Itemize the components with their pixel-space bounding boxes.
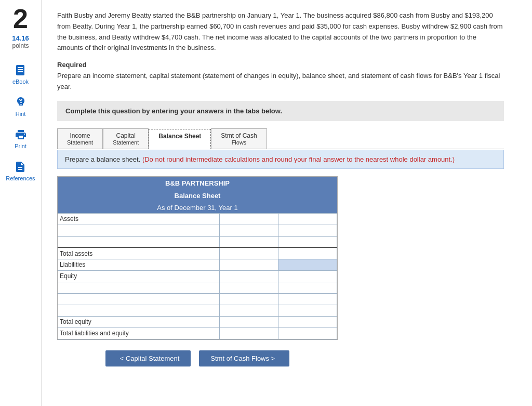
asset-amount-2-input[interactable] (222, 238, 276, 245)
sidebar-item-references[interactable]: References (6, 160, 35, 181)
main-content: Faith Busby and Jeremy Beatty started th… (42, 0, 532, 406)
equity-name-3-input[interactable] (60, 307, 217, 314)
tab-bar: Income Statement Capital Statement Balan… (57, 128, 504, 149)
references-label: References (6, 175, 35, 181)
tab-cash-label2: Flows (221, 139, 257, 146)
ebook-label: eBook (12, 78, 29, 85)
next-button[interactable]: Stmt of Cash Flows > (199, 350, 289, 366)
sidebar-item-hint[interactable]: Hint (14, 95, 28, 117)
tab-cash-label: Stmt of Cash (221, 132, 257, 139)
total-liabilities-equity-label: Total liabilities and equity (58, 328, 220, 339)
sidebar-item-print[interactable]: Print (14, 127, 28, 149)
book-icon (13, 63, 28, 77)
tab-income-label2: Statement (67, 139, 93, 146)
note-prefix: Prepare a balance sheet. (65, 155, 142, 163)
total-assets-input[interactable] (281, 250, 335, 257)
equity-amount-2-input[interactable] (222, 295, 276, 303)
equity-row-3 (58, 305, 337, 316)
equity-row-1 (58, 282, 337, 293)
tab-bs-label: Balance Sheet (158, 133, 201, 140)
equity-row-2 (58, 293, 337, 305)
liabilities-amount-input[interactable] (281, 261, 335, 268)
instruction-box: Complete this question by entering your … (57, 101, 504, 121)
print-icon (14, 127, 28, 142)
points-sub: points (12, 42, 29, 49)
liabilities-label: Liabilities (58, 259, 220, 270)
equity-name-1-input[interactable] (60, 284, 217, 291)
required-text: Prepare an income statement, capital sta… (57, 71, 504, 93)
total-assets-row: Total assets (58, 247, 337, 259)
total-liabilities-equity-row: Total liabilities and equity (58, 328, 337, 339)
next-label: Stmt of Cash Flows > (210, 355, 275, 362)
sidebar-item-ebook[interactable]: eBook (12, 63, 29, 85)
points-label: 14.16 (12, 34, 29, 42)
total-assets-label: Total assets (58, 247, 220, 259)
tab-income-label: Income (67, 132, 93, 139)
hint-icon (14, 95, 28, 110)
bs-table: Assets Total assets (58, 213, 337, 339)
prev-button[interactable]: < Capital Statement (105, 350, 191, 366)
asset-name-2-input[interactable] (60, 238, 217, 245)
total-equity-input[interactable] (281, 318, 335, 325)
equity-amount-1-input[interactable] (222, 284, 276, 291)
equity-label: Equity (58, 270, 220, 282)
balance-sheet-container: B&B PARTNERSHIP Balance Sheet As of Dece… (57, 176, 338, 340)
total-equity-row: Total equity (58, 316, 337, 328)
asset-row-1 (58, 225, 337, 236)
tab-capital-label2: Statement (113, 139, 139, 146)
asset-name-1-input[interactable] (60, 227, 217, 234)
required-label: Required (57, 61, 516, 69)
hint-label: Hint (16, 111, 26, 117)
sidebar: 2 14.16 points eBook Hint Print Refer (0, 0, 42, 406)
tab-capital-statement[interactable]: Capital Statement (103, 128, 149, 149)
tab-stmt-cash[interactable]: Stmt of Cash Flows (211, 128, 267, 149)
assets-label: Assets (58, 213, 220, 225)
bs-date: As of December 31, Year 1 (58, 202, 337, 213)
liabilities-header-row: Liabilities (58, 259, 337, 270)
bs-company-name: B&B PARTNERSHIP (58, 177, 337, 190)
prev-label: < Capital Statement (120, 355, 180, 362)
equity-amount-3-input[interactable] (222, 307, 276, 314)
references-icon (13, 160, 28, 174)
total-equity-label: Total equity (58, 316, 220, 328)
note-box: Prepare a balance sheet. (Do not round i… (57, 150, 504, 169)
bs-title: Balance Sheet (58, 190, 337, 202)
tab-capital-label: Capital (113, 132, 139, 139)
tab-income-statement[interactable]: Income Statement (57, 128, 103, 149)
problem-text: Faith Busby and Jeremy Beatty started th… (57, 10, 504, 54)
problem-number: 2 (13, 5, 28, 32)
asset-amount-1-input[interactable] (222, 227, 276, 234)
total-liabilities-equity-input[interactable] (281, 330, 335, 337)
note-red: (Do not round intermediate calculations … (142, 155, 455, 163)
asset-row-2 (58, 236, 337, 247)
assets-header-row: Assets (58, 213, 337, 225)
tab-balance-sheet[interactable]: Balance Sheet (149, 129, 211, 149)
nav-buttons: < Capital Statement Stmt of Cash Flows > (57, 350, 338, 366)
equity-name-2-input[interactable] (60, 295, 217, 303)
print-label: Print (15, 143, 26, 149)
equity-header-row: Equity (58, 270, 337, 282)
